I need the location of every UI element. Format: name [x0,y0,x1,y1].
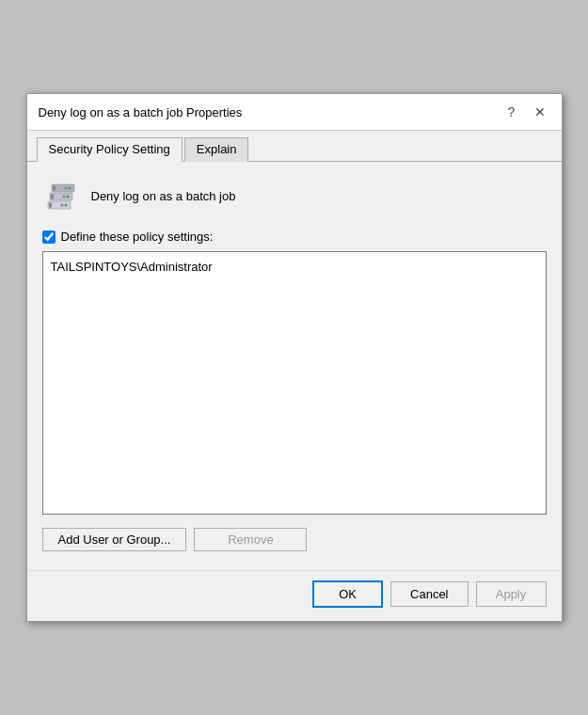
dialog-content: Deny log on as a batch job Define these … [27,162,562,570]
title-bar-left: Deny log on as a batch job Properties [39,105,243,119]
apply-button[interactable]: Apply [476,581,547,607]
define-checkbox[interactable] [42,230,56,244]
tab-security-policy[interactable]: Security Policy Setting [37,137,183,162]
svg-rect-9 [49,203,52,208]
help-button[interactable]: ? [501,102,522,122]
users-box[interactable]: TAILSPINTOYS\Administrator [42,251,547,515]
policy-title: Deny log on as a batch job [91,189,236,203]
define-label: Define these policy settings: [61,230,214,244]
user-entry: TAILSPINTOYS\Administrator [51,258,538,278]
dialog-footer: OK Cancel Apply [27,570,562,621]
svg-rect-5 [51,195,54,199]
define-row: Define these policy settings: [42,230,547,244]
svg-point-3 [64,187,67,190]
remove-button[interactable]: Remove [194,528,307,551]
svg-point-10 [64,204,67,207]
svg-point-6 [66,196,69,199]
action-buttons: Add User or Group... Remove [42,528,547,551]
svg-rect-1 [53,186,56,191]
tabs-row: Security Policy Setting Explain [27,131,562,162]
title-bar-controls: ? ✕ [501,102,550,122]
svg-point-2 [68,187,71,190]
tab-explain[interactable]: Explain [184,137,249,162]
add-user-group-button[interactable]: Add User or Group... [42,528,187,551]
close-button[interactable]: ✕ [530,102,550,122]
server-group-icon [42,177,80,214]
dialog-window: Deny log on as a batch job Properties ? … [26,93,563,622]
policy-header: Deny log on as a batch job [42,177,547,214]
svg-point-7 [62,196,65,199]
dialog-title: Deny log on as a batch job Properties [39,105,243,119]
cancel-button[interactable]: Cancel [390,581,468,607]
ok-button[interactable]: OK [312,580,383,608]
svg-point-11 [60,204,63,207]
title-bar: Deny log on as a batch job Properties ? … [27,94,562,131]
